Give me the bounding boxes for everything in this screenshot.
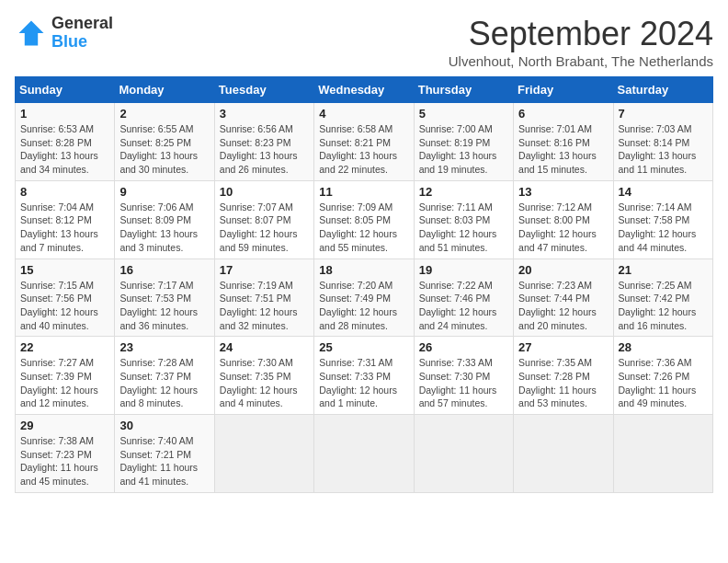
day-of-week-header: Sunday [16,77,115,103]
day-number: 29 [20,419,109,432]
calendar-day-cell [613,415,712,493]
calendar-day-cell: 1Sunrise: 6:53 AM Sunset: 8:28 PM Daylig… [16,103,115,181]
calendar-day-cell: 30Sunrise: 7:40 AM Sunset: 7:21 PM Dayli… [115,415,214,493]
day-info: Sunrise: 7:28 AM Sunset: 7:37 PM Dayligh… [119,356,209,410]
day-number: 18 [319,263,408,277]
day-of-week-header: Saturday [613,77,712,103]
calendar-day-cell: 3Sunrise: 6:56 AM Sunset: 8:23 PM Daylig… [214,103,313,181]
calendar-day-cell: 28Sunrise: 7:36 AM Sunset: 7:26 PM Dayli… [613,337,712,415]
day-info: Sunrise: 6:55 AM Sunset: 8:25 PM Dayligh… [119,122,209,177]
calendar-week-row: 29Sunrise: 7:38 AM Sunset: 7:23 PM Dayli… [16,415,713,493]
calendar-day-cell: 4Sunrise: 6:58 AM Sunset: 8:21 PM Daylig… [314,103,414,181]
day-number: 7 [619,107,708,121]
day-of-week-header: Friday [514,77,613,103]
day-number: 14 [619,185,708,199]
day-number: 16 [119,263,209,277]
calendar-day-cell: 27Sunrise: 7:35 AM Sunset: 7:28 PM Dayli… [514,337,613,415]
day-info: Sunrise: 7:15 AM Sunset: 7:56 PM Dayligh… [20,279,109,333]
day-number: 9 [119,185,209,199]
calendar-day-cell: 13Sunrise: 7:12 AM Sunset: 8:00 PM Dayli… [514,180,613,259]
day-info: Sunrise: 7:25 AM Sunset: 7:42 PM Dayligh… [619,279,708,333]
calendar-day-cell: 6Sunrise: 7:01 AM Sunset: 8:16 PM Daylig… [514,103,613,181]
day-number: 15 [20,263,109,277]
calendar-day-cell: 15Sunrise: 7:15 AM Sunset: 7:56 PM Dayli… [16,259,115,337]
day-number: 25 [319,340,408,354]
calendar-day-cell: 10Sunrise: 7:07 AM Sunset: 8:07 PM Dayli… [214,180,313,259]
calendar-week-row: 8Sunrise: 7:04 AM Sunset: 8:12 PM Daylig… [16,180,713,259]
day-number: 10 [220,185,309,199]
calendar-day-cell: 20Sunrise: 7:23 AM Sunset: 7:44 PM Dayli… [514,259,613,337]
logo-general-text: General [51,15,113,33]
day-number: 6 [518,107,608,121]
day-number: 26 [419,340,508,354]
day-number: 23 [119,340,209,354]
calendar-day-cell: 5Sunrise: 7:00 AM Sunset: 8:19 PM Daylig… [414,103,513,181]
day-info: Sunrise: 7:27 AM Sunset: 7:39 PM Dayligh… [20,356,109,410]
day-number: 4 [319,107,408,121]
day-info: Sunrise: 7:00 AM Sunset: 8:19 PM Dayligh… [419,122,508,177]
day-number: 8 [20,185,109,199]
day-info: Sunrise: 7:09 AM Sunset: 8:05 PM Dayligh… [319,201,408,255]
location-subtitle: Ulvenhout, North Brabant, The Netherland… [449,53,713,69]
calendar-day-cell: 18Sunrise: 7:20 AM Sunset: 7:49 PM Dayli… [314,259,414,337]
day-info: Sunrise: 7:11 AM Sunset: 8:03 PM Dayligh… [419,201,508,255]
logo-text: General Blue [51,15,113,52]
day-of-week-header: Monday [115,77,214,103]
day-number: 19 [419,263,508,277]
day-info: Sunrise: 7:19 AM Sunset: 7:51 PM Dayligh… [220,279,309,333]
day-number: 5 [419,107,508,121]
calendar-day-cell: 9Sunrise: 7:06 AM Sunset: 8:09 PM Daylig… [115,180,214,259]
svg-marker-0 [19,20,44,45]
logo-blue-text: Blue [51,33,113,52]
day-number: 30 [119,419,209,432]
calendar-day-cell: 8Sunrise: 7:04 AM Sunset: 8:12 PM Daylig… [16,180,115,259]
day-number: 11 [319,185,408,199]
calendar-day-cell: 21Sunrise: 7:25 AM Sunset: 7:42 PM Dayli… [613,259,712,337]
calendar-day-cell: 24Sunrise: 7:30 AM Sunset: 7:35 PM Dayli… [214,337,313,415]
day-info: Sunrise: 7:35 AM Sunset: 7:28 PM Dayligh… [518,356,608,410]
day-of-week-header: Wednesday [314,77,414,103]
day-info: Sunrise: 6:58 AM Sunset: 8:21 PM Dayligh… [319,122,408,177]
calendar-day-cell [514,415,613,493]
day-info: Sunrise: 7:36 AM Sunset: 7:26 PM Dayligh… [619,356,708,410]
title-block: September 2024 Ulvenhout, North Brabant,… [449,15,713,69]
calendar-day-cell: 29Sunrise: 7:38 AM Sunset: 7:23 PM Dayli… [16,415,115,493]
day-info: Sunrise: 7:33 AM Sunset: 7:30 PM Dayligh… [419,356,508,410]
calendar-week-row: 1Sunrise: 6:53 AM Sunset: 8:28 PM Daylig… [16,103,713,181]
calendar-week-row: 22Sunrise: 7:27 AM Sunset: 7:39 PM Dayli… [16,337,713,415]
month-title: September 2024 [449,15,713,53]
day-info: Sunrise: 7:03 AM Sunset: 8:14 PM Dayligh… [619,122,708,177]
day-info: Sunrise: 7:12 AM Sunset: 8:00 PM Dayligh… [518,201,608,255]
day-number: 24 [220,340,309,354]
day-number: 20 [518,263,608,277]
day-info: Sunrise: 7:40 AM Sunset: 7:21 PM Dayligh… [119,434,209,488]
calendar-day-cell: 22Sunrise: 7:27 AM Sunset: 7:39 PM Dayli… [16,337,115,415]
calendar-day-cell: 7Sunrise: 7:03 AM Sunset: 8:14 PM Daylig… [613,103,712,181]
day-info: Sunrise: 7:17 AM Sunset: 7:53 PM Dayligh… [119,279,209,333]
day-number: 22 [20,340,109,354]
day-info: Sunrise: 7:07 AM Sunset: 8:07 PM Dayligh… [220,201,309,255]
calendar-day-cell: 25Sunrise: 7:31 AM Sunset: 7:33 PM Dayli… [314,337,414,415]
calendar-day-cell: 23Sunrise: 7:28 AM Sunset: 7:37 PM Dayli… [115,337,214,415]
day-number: 28 [619,340,708,354]
calendar-table: SundayMondayTuesdayWednesdayThursdayFrid… [15,76,713,493]
day-number: 21 [619,263,708,277]
day-info: Sunrise: 7:14 AM Sunset: 7:58 PM Dayligh… [619,201,708,255]
day-info: Sunrise: 7:30 AM Sunset: 7:35 PM Dayligh… [220,356,309,410]
calendar-day-cell: 11Sunrise: 7:09 AM Sunset: 8:05 PM Dayli… [314,180,414,259]
calendar-day-cell [414,415,513,493]
calendar-day-cell: 2Sunrise: 6:55 AM Sunset: 8:25 PM Daylig… [115,103,214,181]
day-number: 1 [20,107,109,121]
day-info: Sunrise: 7:23 AM Sunset: 7:44 PM Dayligh… [518,279,608,333]
calendar-day-cell: 26Sunrise: 7:33 AM Sunset: 7:30 PM Dayli… [414,337,513,415]
day-number: 13 [518,185,608,199]
day-info: Sunrise: 7:31 AM Sunset: 7:33 PM Dayligh… [319,356,408,410]
day-number: 2 [119,107,209,121]
day-info: Sunrise: 7:22 AM Sunset: 7:46 PM Dayligh… [419,279,508,333]
calendar-day-cell [314,415,414,493]
page-header: General Blue September 2024 Ulvenhout, N… [15,15,713,69]
day-of-week-header: Tuesday [214,77,313,103]
day-number: 12 [419,185,508,199]
calendar-header-row: SundayMondayTuesdayWednesdayThursdayFrid… [16,77,713,103]
calendar-day-cell: 17Sunrise: 7:19 AM Sunset: 7:51 PM Dayli… [214,259,313,337]
